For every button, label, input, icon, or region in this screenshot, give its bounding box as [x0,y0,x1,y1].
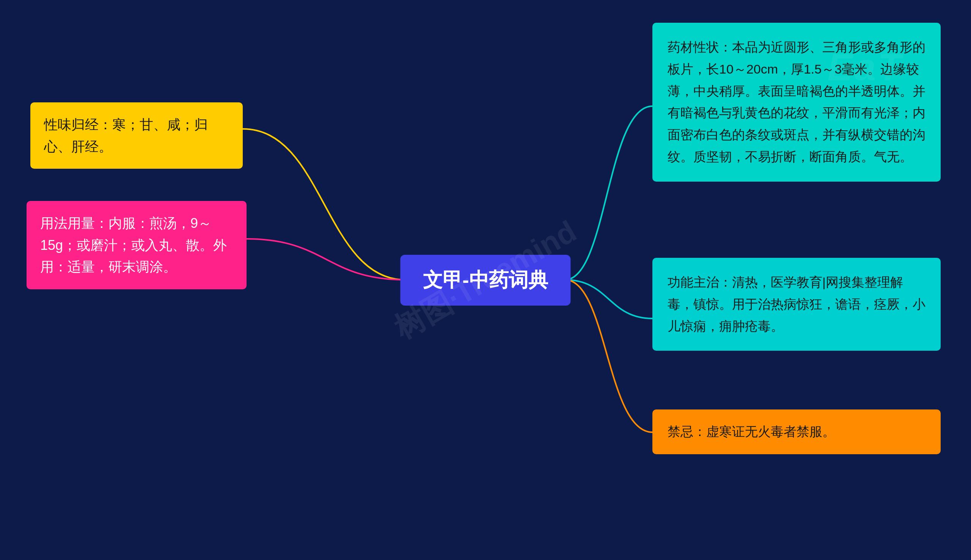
right-node-function: 功能主治：清热，医学教育|网搜集整理解毒，镇惊。用于治热病惊狂，谵语，痉厥，小儿… [652,258,941,351]
right-node-contraindication: 禁忌：虚寒证无火毒者禁服。 [652,410,941,454]
left-node-nature: 性味归经：寒；甘、咸；归心、肝经。 [30,102,243,169]
center-node: 文甲-中药词典 [400,255,571,306]
left-node-usage: 用法用量：内服：煎汤，9～15g；或磨汁；或入丸、散。外用：适量，研末调涂。 [27,201,247,289]
right-node-morphology: 药材性状：本品为近圆形、三角形或多角形的板片，长10～20cm，厚1.5～3毫米… [652,23,941,182]
